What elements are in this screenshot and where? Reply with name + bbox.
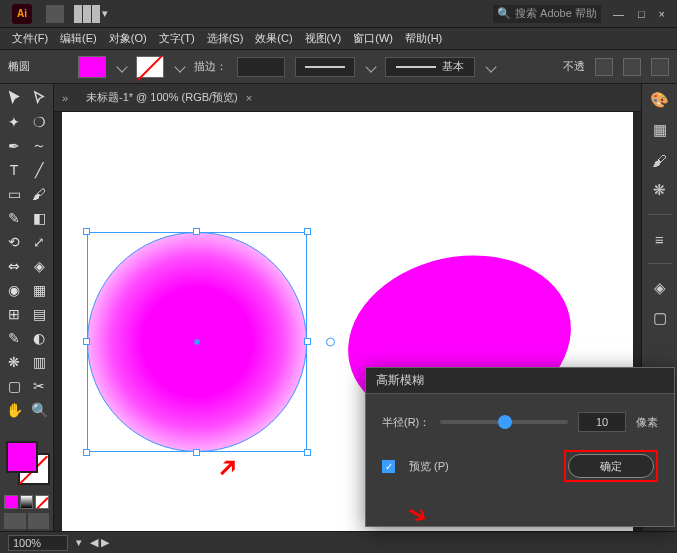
dialog-title: 高斯模糊 [366,368,674,394]
zoom-dropdown-icon[interactable]: ▾ [76,536,82,549]
curvature-tool[interactable]: ～ [27,134,51,157]
app-logo: Ai [12,4,32,24]
bridge-icon[interactable] [46,5,64,23]
scale-tool[interactable]: ⤢ [27,230,51,253]
chevron-down-icon[interactable] [174,61,185,72]
menu-view[interactable]: 视图(V) [301,29,346,48]
shaper-tool[interactable]: ✎ [2,206,26,229]
toolbox: ✦ ❍ ✒ ～ T ╱ ▭ 🖌 ✎ ◧ ⟲ ⤢ ⇔ ◈ ◉ ▦ ⊞ ▤ ✎ ◐ … [0,84,54,531]
swatches-panel-icon[interactable]: ▦ [650,120,670,140]
more-options-button[interactable] [651,58,669,76]
lasso-tool[interactable]: ❍ [27,110,51,133]
brushes-panel-icon[interactable]: 🖌 [650,150,670,170]
symbols-panel-icon[interactable]: ❋ [650,180,670,200]
resize-handle[interactable] [83,449,90,456]
variable-width-profile[interactable] [295,57,355,77]
eyedropper-tool[interactable]: ✎ [2,326,26,349]
menu-object[interactable]: 对象(O) [105,29,151,48]
close-button[interactable]: × [659,8,665,20]
column-graph-tool[interactable]: ▥ [27,350,51,373]
resize-handle[interactable] [304,449,311,456]
color-mode-icon[interactable] [4,495,18,509]
menu-effect[interactable]: 效果(C) [251,29,296,48]
fill-color[interactable] [6,441,38,473]
zoom-level[interactable]: 100% [8,535,68,551]
free-transform-tool[interactable]: ◈ [27,254,51,277]
document-tab[interactable]: 未标题-1* @ 100% (RGB/预览) × [78,90,260,105]
tab-close-button[interactable]: × [246,92,252,104]
shape-builder-tool[interactable]: ◉ [2,278,26,301]
zoom-tool[interactable]: 🔍 [27,398,51,421]
align-button[interactable] [595,58,613,76]
slider-thumb[interactable] [498,415,512,429]
search-input[interactable]: 🔍 搜索 Adobe 帮助 [493,5,601,23]
gaussian-blur-dialog: 高斯模糊 半径(R)： 10 像素 ✓ 预览 (P) 确定 ➔ [365,367,675,527]
slice-tool[interactable]: ✂ [27,374,51,397]
draw-behind-icon[interactable] [28,513,50,529]
hand-tool[interactable]: ✋ [2,398,26,421]
magic-wand-tool[interactable]: ✦ [2,110,26,133]
pen-tool[interactable]: ✒ [2,134,26,157]
paintbrush-tool[interactable]: 🖌 [27,182,51,205]
none-mode-icon[interactable] [35,495,49,509]
rectangle-tool[interactable]: ▭ [2,182,26,205]
menu-window[interactable]: 窗口(W) [349,29,397,48]
eraser-tool[interactable]: ◧ [27,206,51,229]
ok-button[interactable]: 确定 [568,454,654,478]
artboard-tool[interactable]: ▢ [2,374,26,397]
mesh-tool[interactable]: ⊞ [2,302,26,325]
expand-panels-icon[interactable]: » [62,92,78,104]
direct-selection-tool[interactable] [27,86,51,109]
menu-edit[interactable]: 编辑(E) [56,29,101,48]
resize-handle[interactable] [304,338,311,345]
minimize-button[interactable]: — [613,8,624,20]
rotate-tool[interactable]: ⟲ [2,230,26,253]
search-icon: 🔍 [497,7,511,20]
resize-handle[interactable] [193,228,200,235]
line-tool[interactable]: ╱ [27,158,51,181]
menu-type[interactable]: 文字(T) [155,29,199,48]
selection-tool[interactable] [2,86,26,109]
stroke-weight-input[interactable] [237,57,285,77]
resize-handle[interactable] [193,449,200,456]
workspace-switcher[interactable] [74,5,100,23]
radius-input[interactable]: 10 [578,412,626,432]
menu-file[interactable]: 文件(F) [8,29,52,48]
type-tool[interactable]: T [2,158,26,181]
chevron-down-icon[interactable] [116,61,127,72]
gradient-mode-icon[interactable] [20,495,34,509]
stroke-swatch[interactable] [136,56,164,78]
pie-widget[interactable] [326,338,335,347]
radius-slider[interactable] [440,420,568,424]
resize-handle[interactable] [83,228,90,235]
chevron-down-icon[interactable] [365,61,376,72]
selected-ellipse[interactable] [87,232,307,452]
maximize-button[interactable]: □ [638,8,645,20]
gradient-tool[interactable]: ▤ [27,302,51,325]
transform-button[interactable] [623,58,641,76]
color-controls[interactable] [0,437,53,493]
artboard-nav[interactable]: ◀ ▶ [90,536,109,549]
blend-tool[interactable]: ◐ [27,326,51,349]
chevron-down-icon[interactable] [485,61,496,72]
brush-definition[interactable]: 基本 [385,57,475,77]
annotation-highlight: 确定 [564,450,658,482]
width-tool[interactable]: ⇔ [2,254,26,277]
shape-name: 椭圆 [8,59,68,74]
layers-panel-icon[interactable]: ◈ [650,278,670,298]
resize-handle[interactable] [304,228,311,235]
color-panel-icon[interactable]: 🎨 [650,90,670,110]
menu-select[interactable]: 选择(S) [203,29,248,48]
menu-help[interactable]: 帮助(H) [401,29,446,48]
chevron-down-icon[interactable]: ▾ [102,7,108,20]
draw-normal-icon[interactable] [4,513,26,529]
fill-swatch[interactable] [78,56,106,78]
perspective-tool[interactable]: ▦ [27,278,51,301]
stroke-panel-icon[interactable]: ≡ [650,229,670,249]
radius-label: 半径(R)： [382,415,430,430]
resize-handle[interactable] [83,338,90,345]
artboards-panel-icon[interactable]: ▢ [650,308,670,328]
symbol-sprayer-tool[interactable]: ❋ [2,350,26,373]
center-point[interactable] [195,340,200,345]
preview-checkbox[interactable]: ✓ [382,460,395,473]
